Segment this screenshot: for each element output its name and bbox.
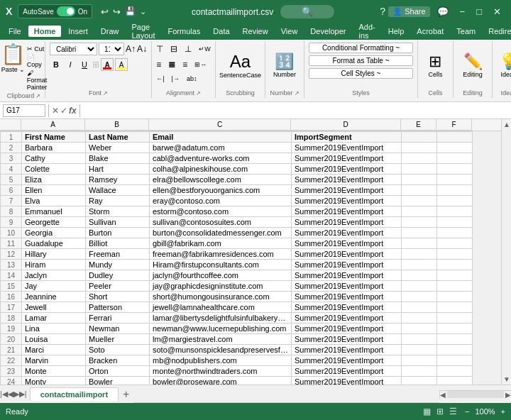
cell-24-B[interactable]: Bowler [86, 377, 150, 385]
vertical-scrollbar[interactable]: ▲ ▼ [501, 119, 511, 385]
cell-16-D[interactable]: Summer2019EventImport [292, 292, 402, 302]
cell-8-A[interactable]: Emmanuel [22, 206, 86, 217]
cell-13-D[interactable]: Summer2019EventImport [292, 260, 402, 270]
page-break-button[interactable]: ☰ [447, 406, 459, 417]
cell-2-A[interactable]: Barbara [22, 143, 86, 153]
font-name-select[interactable]: Calibri [50, 43, 97, 55]
cell-21-D[interactable]: Summer2019EventImport [292, 345, 402, 355]
hscroll-track[interactable] [447, 391, 504, 398]
cell-10-B[interactable]: Burton [86, 228, 150, 238]
cell-4-C[interactable]: colha@alpineskihouse.com [150, 164, 292, 175]
align-bottom-button[interactable]: ⊥ [182, 43, 194, 55]
cell-15-A[interactable]: Jay [22, 281, 86, 292]
cell-1-F[interactable] [437, 132, 473, 143]
menu-help[interactable]: Help [383, 26, 410, 37]
cell-20-F[interactable] [437, 334, 473, 345]
cell-18-A[interactable]: Lamar [22, 313, 86, 324]
cell-23-F[interactable] [437, 366, 473, 377]
row-number[interactable]: 14 [1, 270, 22, 281]
cell-20-D[interactable]: Summer2019EventImport [292, 334, 402, 345]
cell-5-A[interactable]: Eliza [22, 175, 86, 185]
cell-2-B[interactable]: Weber [86, 143, 150, 153]
cell-24-E[interactable] [402, 377, 437, 385]
cell-2-D[interactable]: Summer2019EventImport [292, 143, 402, 153]
cell-16-A[interactable]: Jeannine [22, 292, 86, 302]
cell-18-C[interactable]: lamar@libertysdelightfulsinfulbakeryandc… [150, 313, 292, 324]
search-icon[interactable]: 🔍 [280, 5, 334, 18]
menu-data[interactable]: Data [207, 26, 235, 37]
cell-styles-button[interactable]: Cell Styles ~ [309, 68, 413, 79]
cell-6-B[interactable]: Wallace [86, 185, 150, 196]
scroll-down-icon[interactable]: ▼ [502, 374, 511, 385]
cell-21-C[interactable]: soto@munsonspicklesandpreservesfarm.com [150, 345, 292, 355]
scroll-up-icon[interactable]: ▲ [502, 119, 511, 130]
cell-23-E[interactable] [402, 366, 437, 377]
scroll-track[interactable] [502, 130, 511, 374]
cell-11-E[interactable] [402, 238, 437, 249]
cell-12-F[interactable] [437, 249, 473, 260]
row-number[interactable]: 12 [1, 249, 22, 260]
cell-18-F[interactable] [437, 313, 473, 324]
cell-20-A[interactable]: Louisa [22, 334, 86, 345]
cell-22-B[interactable]: Bracken [86, 355, 150, 366]
row-number[interactable]: 6 [1, 185, 22, 196]
align-top-button[interactable]: ⊤ [153, 43, 166, 55]
menu-draw[interactable]: Draw [95, 26, 125, 37]
cell-3-E[interactable] [402, 153, 437, 164]
cell-10-A[interactable]: Georgia [22, 228, 86, 238]
cell-14-B[interactable]: Dudley [86, 270, 150, 281]
decrease-indent-button[interactable]: ←| [153, 74, 167, 84]
menu-insert[interactable]: Insert [62, 26, 94, 37]
col-header-d[interactable]: D [291, 119, 401, 131]
cell-17-B[interactable]: Patterson [86, 302, 150, 313]
row-number[interactable]: 7 [1, 196, 22, 206]
cell-5-C[interactable]: elra@bellowscollege.com [150, 175, 292, 185]
menu-formulas[interactable]: Formulas [163, 26, 207, 37]
cell-15-D[interactable]: Summer2019EventImport [292, 281, 402, 292]
cell-8-D[interactable]: Summer2019EventImport [292, 206, 402, 217]
cell-14-A[interactable]: Jaclyn [22, 270, 86, 281]
minimize-button[interactable]: − [456, 5, 470, 18]
cell-16-C[interactable]: short@humongousinsurance.com [150, 292, 292, 302]
decrease-font-button[interactable]: A↓ [137, 44, 147, 54]
font-color-button[interactable]: A [101, 58, 114, 71]
horizontal-scroll-area[interactable]: ◀ ▶ [439, 390, 511, 399]
cell-7-B[interactable]: Ray [86, 196, 150, 206]
cell-10-C[interactable]: burton@consolidatedmessenger.com [150, 228, 292, 238]
menu-home[interactable]: Home [28, 26, 62, 37]
menu-review[interactable]: Review [237, 26, 274, 37]
cell-11-D[interactable]: Summer2019EventImport [292, 238, 402, 249]
cell-2-F[interactable] [437, 143, 473, 153]
close-button[interactable]: ✕ [489, 5, 505, 18]
cell-12-C[interactable]: freeman@fabrikamresidences.com [150, 249, 292, 260]
cell-17-F[interactable] [437, 302, 473, 313]
autosave-toggle[interactable] [57, 6, 75, 16]
row-number[interactable]: 19 [1, 324, 22, 334]
cell-4-D[interactable]: Summer2019EventImport [292, 164, 402, 175]
cell-3-F[interactable] [437, 153, 473, 164]
cell-9-C[interactable]: sullivan@contososuites.com [150, 217, 292, 228]
cell-9-F[interactable] [437, 217, 473, 228]
cell-3-A[interactable]: Cathy [22, 153, 86, 164]
undo-icon[interactable]: ↩ [101, 6, 109, 17]
share-icon[interactable]: 👤 Share [388, 6, 429, 17]
cell-15-B[interactable]: Peeler [86, 281, 150, 292]
cell-22-F[interactable] [437, 355, 473, 366]
cell-22-D[interactable]: Summer2019EventImport [292, 355, 402, 366]
cell-3-C[interactable]: cabl@adventure-works.com [150, 153, 292, 164]
col-header-a[interactable]: A [21, 119, 85, 131]
ideas-button[interactable]: 💡 Ideas [499, 52, 511, 78]
cell-12-D[interactable]: Summer2019EventImport [292, 249, 402, 260]
formula-input[interactable] [83, 106, 508, 115]
cell-10-E[interactable] [402, 228, 437, 238]
cell-20-E[interactable] [402, 334, 437, 345]
menu-view[interactable]: View [275, 26, 304, 37]
cell-11-A[interactable]: Guadalupe [22, 238, 86, 249]
row-number[interactable]: 23 [1, 366, 22, 377]
cell-19-B[interactable]: Newman [86, 324, 150, 334]
hscroll-right-button[interactable]: ▶ [505, 391, 511, 399]
row-number[interactable]: 3 [1, 153, 22, 164]
cell-10-D[interactable]: Summer2019EventImport [292, 228, 402, 238]
cell-15-C[interactable]: jay@graphicdesigninstitute.com [150, 281, 292, 292]
cell-23-D[interactable]: Summer2019EventImport [292, 366, 402, 377]
